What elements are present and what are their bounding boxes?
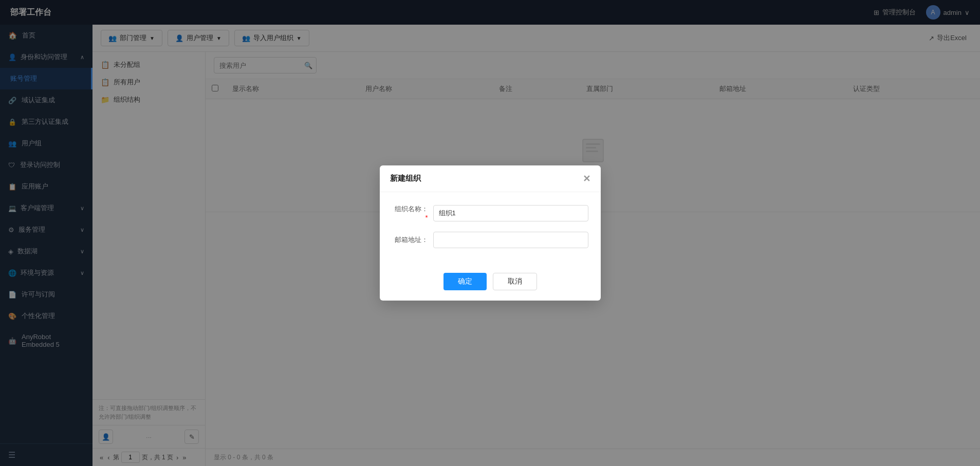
org-name-label: 组织名称： * <box>392 204 433 221</box>
email-label: 邮箱地址： <box>392 235 433 245</box>
dialog-title: 新建组织 <box>390 174 421 183</box>
cancel-button[interactable]: 取消 <box>493 273 537 290</box>
email-row: 邮箱地址： <box>392 232 588 248</box>
dialog-body: 组织名称： * 邮箱地址： <box>380 192 601 267</box>
dialog-close-button[interactable]: ✕ <box>583 174 590 183</box>
dialog-overlay: 新建组织 ✕ 组织名称： * 邮箱地址： 确定 取消 <box>0 0 980 466</box>
dialog-footer: 确定 取消 <box>380 267 601 301</box>
confirm-button[interactable]: 确定 <box>443 273 487 290</box>
dialog-header: 新建组织 ✕ <box>380 165 601 192</box>
required-star: * <box>425 214 428 221</box>
new-org-dialog: 新建组织 ✕ 组织名称： * 邮箱地址： 确定 取消 <box>380 165 601 301</box>
org-name-label-text: 组织名称： <box>395 205 428 213</box>
org-name-input[interactable] <box>433 205 588 221</box>
email-input[interactable] <box>433 232 588 248</box>
org-name-row: 组织名称： * <box>392 204 588 221</box>
email-label-text: 邮箱地址： <box>395 236 428 244</box>
